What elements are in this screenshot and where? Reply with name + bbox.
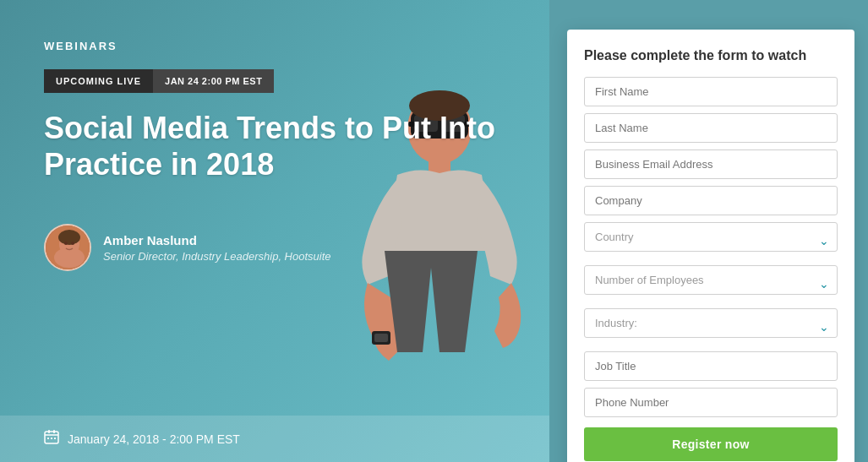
svg-point-14	[64, 242, 68, 245]
phone-input[interactable]	[584, 388, 838, 417]
svg-rect-18	[53, 430, 55, 433]
speaker-name: Amber Naslund	[103, 233, 331, 247]
industry-select-wrapper: Industry: Technology Marketing Finance H…	[584, 308, 838, 345]
svg-point-15	[71, 242, 74, 245]
date-badge: JAN 24 2:00 PM EST	[153, 69, 274, 93]
svg-point-12	[58, 230, 80, 245]
svg-rect-21	[54, 438, 56, 439]
job-title-input[interactable]	[584, 351, 838, 381]
svg-rect-17	[48, 430, 50, 433]
avatar	[44, 224, 91, 271]
event-date-text: January 24, 2018 - 2:00 PM EST	[68, 432, 240, 446]
svg-point-13	[54, 247, 85, 268]
left-panel: WEBINARS UPCOMING LIVE JAN 24 2:00 PM ES…	[0, 0, 549, 462]
country-select-wrapper: Country United States Canada United King…	[584, 222, 838, 258]
webinars-label: WEBINARS	[44, 40, 117, 52]
country-select[interactable]: Country United States Canada United King…	[584, 222, 838, 252]
speaker-info: Amber Naslund Senior Director, Industry …	[103, 233, 331, 263]
svg-rect-20	[51, 438, 52, 439]
registration-form-panel: Please complete the form to watch Countr…	[567, 30, 854, 462]
date-bar: January 24, 2018 - 2:00 PM EST	[0, 416, 549, 462]
company-input[interactable]	[584, 186, 838, 215]
email-input[interactable]	[584, 149, 838, 179]
first-name-input[interactable]	[584, 77, 838, 106]
last-name-input[interactable]	[584, 113, 838, 143]
employees-select[interactable]: Number of Employees 1-10 11-50 51-200 20…	[584, 265, 838, 295]
svg-rect-19	[47, 438, 49, 439]
speaker-area: Amber Naslund Senior Director, Industry …	[44, 224, 331, 271]
svg-rect-9	[374, 334, 388, 342]
form-title: Please complete the form to watch	[584, 48, 838, 63]
employees-select-wrapper: Number of Employees 1-10 11-50 51-200 20…	[584, 265, 838, 302]
event-badges: UPCOMING LIVE JAN 24 2:00 PM EST	[44, 69, 274, 93]
upcoming-badge: UPCOMING LIVE	[44, 69, 153, 93]
calendar-icon	[44, 429, 59, 448]
industry-select[interactable]: Industry: Technology Marketing Finance H…	[584, 308, 838, 338]
register-button[interactable]: Register now	[584, 427, 838, 461]
speaker-title: Senior Director, Industry Leadership, Ho…	[103, 250, 331, 263]
headline: Social Media Trends to Put Into Practice…	[44, 110, 509, 182]
